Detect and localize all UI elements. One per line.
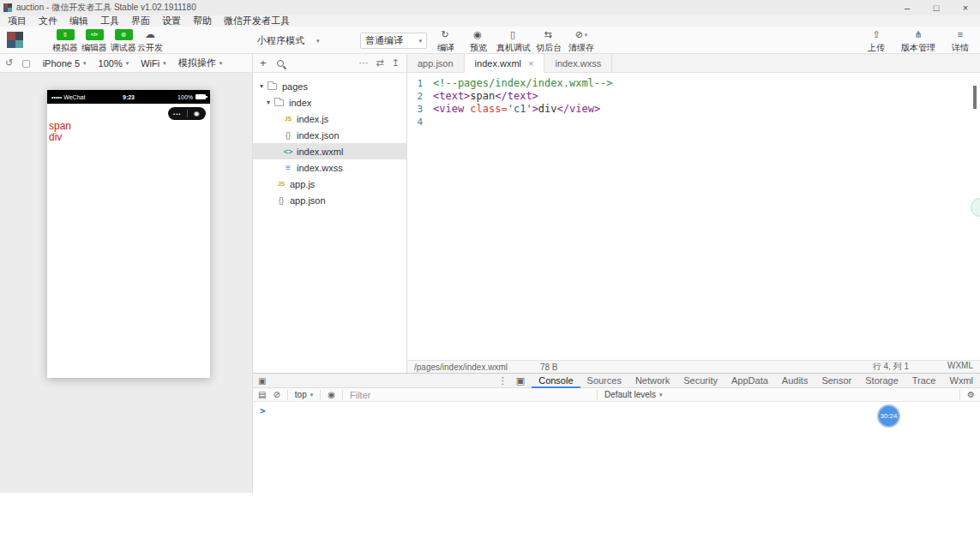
new-file-icon[interactable]: + bbox=[260, 54, 267, 73]
devtools-tab-storage[interactable]: Storage bbox=[858, 374, 905, 388]
devtools-tab-network[interactable]: Network bbox=[628, 374, 676, 388]
chevron-icon[interactable]: ▾ bbox=[267, 99, 274, 106]
devtools-panel: ▣ ⋮ ▣ ConsoleSourcesNetworkSecurityAppDa… bbox=[253, 373, 980, 493]
cloud-dev-button[interactable]: ☁ 云开发 bbox=[135, 29, 165, 54]
sort-icon[interactable]: ↥ bbox=[392, 57, 400, 69]
preview-button[interactable]: ◉ 预览 bbox=[464, 29, 493, 54]
devtools-tab-audits[interactable]: Audits bbox=[775, 374, 815, 388]
devtools-tab-security[interactable]: Security bbox=[676, 374, 724, 388]
swap-icon[interactable]: ⇄ bbox=[376, 57, 384, 69]
tree-item-index.js[interactable]: JS index.js bbox=[253, 111, 406, 127]
rotate-icon[interactable]: ↺ bbox=[5, 57, 13, 69]
mode-select[interactable]: 小程序模式 ▾ bbox=[257, 34, 320, 47]
devtools-tab-appdata[interactable]: AppData bbox=[724, 374, 775, 388]
caret-down-icon: ▾ bbox=[163, 60, 166, 67]
menu-item-文件[interactable]: 文件 bbox=[33, 15, 63, 27]
devtools-tab-console[interactable]: Console bbox=[532, 374, 580, 388]
miniprogram-capsule[interactable]: ••• ◉ bbox=[168, 107, 206, 120]
clear-cache-button[interactable]: ⊘ ▾ 清缓存 bbox=[567, 29, 596, 54]
switch-background-button[interactable]: ⇆ 切后台 bbox=[534, 29, 563, 54]
menu-item-设置[interactable]: 设置 bbox=[156, 15, 187, 27]
simulator-toggle-button[interactable]: ▯ 模拟器 bbox=[51, 29, 79, 54]
close-button[interactable]: × bbox=[951, 0, 980, 15]
search-icon[interactable] bbox=[277, 60, 284, 67]
context-select[interactable]: top ▾ bbox=[295, 390, 313, 399]
zoom-dropdown[interactable]: 100% ▾ bbox=[99, 58, 129, 69]
exit-target-icon[interactable]: ◉ bbox=[188, 110, 207, 117]
devtools-tab-sources[interactable]: Sources bbox=[580, 374, 628, 388]
action-icon: ⊘ bbox=[575, 29, 583, 40]
wechat-devtools-window: auction - 微信开发者工具 Stable v1.02.1911180 –… bbox=[0, 0, 980, 493]
minimize-button[interactable]: – bbox=[893, 0, 922, 15]
editor-tab-index.wxss[interactable]: index.wxss bbox=[544, 54, 612, 73]
tree-item-index.json[interactable]: {} index.json bbox=[253, 127, 406, 143]
titlebar: auction - 微信开发者工具 Stable v1.02.1911180 –… bbox=[0, 0, 980, 15]
debugger-toggle-button[interactable]: ◎ 调试器 bbox=[110, 29, 137, 54]
eye-icon[interactable]: ◉ bbox=[328, 390, 335, 399]
tree-item-index.wxss[interactable]: ≡ index.wxss bbox=[253, 159, 406, 176]
editor-tab-app.json[interactable]: app.json bbox=[407, 54, 465, 73]
menu-item-帮助[interactable]: 帮助 bbox=[187, 15, 218, 27]
caret-down-icon: ▾ bbox=[83, 60, 87, 67]
menu-item-项目[interactable]: 项目 bbox=[2, 15, 33, 27]
filter-input[interactable] bbox=[350, 390, 590, 400]
app-logo-small-icon bbox=[3, 3, 12, 12]
devtools-tab-wxml[interactable]: Wxml bbox=[943, 374, 980, 388]
version-control-button[interactable]: ⋔ 版本管理 bbox=[901, 29, 935, 54]
devtools-tab-trace[interactable]: Trace bbox=[905, 374, 943, 388]
menu-item-工具[interactable]: 工具 bbox=[94, 15, 125, 27]
tree-item-app.js[interactable]: JS app.js bbox=[253, 176, 406, 192]
panel-toggle-group: ▯ 模拟器 </> 编辑器 ◎ 调试器 bbox=[51, 29, 137, 54]
tree-item-index.wxml[interactable]: <> index.wxml bbox=[253, 143, 406, 159]
menu-item-编辑[interactable]: 编辑 bbox=[63, 15, 94, 27]
devtools-tab-sensor[interactable]: Sensor bbox=[815, 374, 858, 388]
action-icon: ◉ bbox=[473, 29, 482, 40]
action-icon: ⇆ bbox=[544, 29, 551, 40]
screenshot-icon[interactable]: ▢ bbox=[21, 57, 30, 69]
gear-icon[interactable]: ⚙ bbox=[967, 390, 975, 399]
device-dropdown[interactable]: iPhone 5 ▾ bbox=[43, 58, 87, 69]
more-dots-icon[interactable]: ••• bbox=[168, 111, 187, 117]
compile-button[interactable]: ↻ 编译 bbox=[431, 29, 460, 54]
more-icon[interactable]: ⋯ bbox=[359, 57, 369, 69]
kebab-menu-icon[interactable]: ⋮ bbox=[498, 375, 508, 386]
tree-item-index[interactable]: ▾ index bbox=[253, 94, 406, 111]
compile-mode-select[interactable]: 普通编译 ▾ bbox=[360, 33, 427, 49]
chevron-icon[interactable]: ▾ bbox=[260, 82, 268, 90]
project-logo-icon bbox=[7, 32, 23, 48]
editor-scrollbar[interactable] bbox=[973, 86, 977, 109]
upload-button[interactable]: ⇧ 上传 bbox=[862, 29, 891, 54]
menu-item-微信开发者工具[interactable]: 微信开发者工具 bbox=[218, 15, 296, 27]
right-action-group: ⇧ 上传 ⋔ 版本管理 ≡ 详情 bbox=[862, 29, 975, 54]
language-mode-label[interactable]: WXML bbox=[947, 361, 973, 373]
js-file-icon: JS bbox=[282, 116, 294, 122]
dock-side-icon[interactable]: ▣ bbox=[516, 375, 525, 386]
log-levels-select[interactable]: Default levels ▾ bbox=[604, 390, 663, 399]
toggle-icon: ◎ bbox=[115, 29, 133, 40]
editor-tab-index.wxml[interactable]: index.wxml × bbox=[465, 54, 545, 73]
clock-label: 9:23 bbox=[47, 94, 210, 100]
menu-item-界面[interactable]: 界面 bbox=[125, 15, 156, 27]
console-output[interactable]: > 30:24 bbox=[253, 402, 980, 493]
line-number: 3 bbox=[407, 103, 433, 116]
phone-simulator[interactable]: ••••• WeChat 9:23 100% ••• ◉ spandiv bbox=[47, 90, 210, 378]
tree-item-app.json[interactable]: {} app.json bbox=[253, 192, 406, 208]
simulate-action-dropdown[interactable]: 模拟操作 ▾ bbox=[178, 57, 223, 69]
remote-debug-button[interactable]: ▯ 真机调试 bbox=[496, 29, 531, 54]
details-button[interactable]: ≡ 详情 bbox=[946, 29, 975, 54]
maximize-button[interactable]: □ bbox=[922, 0, 951, 15]
code-editor[interactable]: 1 <!--pages/index/index.wxml--> 2 <text>… bbox=[407, 73, 980, 360]
tree-item-pages[interactable]: ▾ pages bbox=[253, 78, 406, 94]
close-icon[interactable]: × bbox=[528, 55, 533, 73]
action-icon: ↻ bbox=[441, 29, 448, 40]
dock-toggle-icon[interactable]: ▣ bbox=[258, 376, 266, 386]
console-sidebar-icon[interactable]: ▤ bbox=[258, 390, 266, 399]
clear-console-icon[interactable]: ⊘ bbox=[273, 390, 280, 399]
file-path-label: /pages/index/index.wxml bbox=[414, 362, 508, 372]
editor-toggle-button[interactable]: </> 编辑器 bbox=[81, 29, 108, 54]
console-prompt[interactable]: > bbox=[260, 405, 266, 416]
toggle-icon: </> bbox=[86, 29, 104, 40]
timer-badge[interactable]: 30:24 bbox=[877, 404, 900, 428]
network-dropdown[interactable]: WiFi ▾ bbox=[141, 58, 166, 69]
code-line: 3 <view class='c1'>div</view> bbox=[407, 103, 980, 116]
